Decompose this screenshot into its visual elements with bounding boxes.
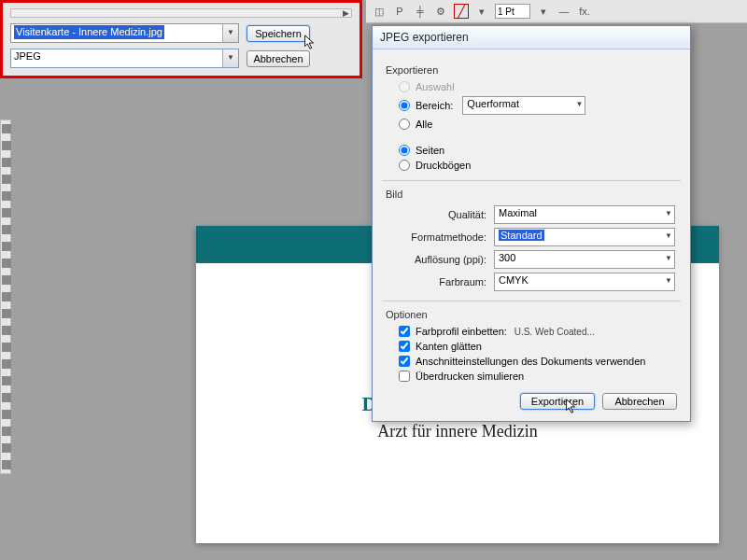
- tool-icon[interactable]: [2, 124, 11, 133]
- bereich-label: Bereich:: [416, 100, 453, 111]
- tool-icon[interactable]: [2, 259, 11, 268]
- formatmethode-select[interactable]: Standard▼: [494, 228, 675, 246]
- seiten-radio[interactable]: [399, 145, 410, 156]
- uberdrucken-label: Überdrucken simulieren: [416, 371, 524, 382]
- chevron-down-icon[interactable]: ▾: [474, 4, 489, 19]
- tool-icon[interactable]: [2, 359, 11, 369]
- alle-radio[interactable]: [399, 119, 410, 130]
- bereich-radio[interactable]: [399, 100, 410, 111]
- bild-group-label: Bild: [386, 189, 677, 200]
- tool-icon[interactable]: [2, 191, 11, 201]
- tool-icon[interactable]: [2, 242, 11, 251]
- chevron-down-icon[interactable]: ▼: [222, 24, 238, 42]
- farbraum-label: Farbraum:: [386, 276, 486, 287]
- cancel-button[interactable]: Abbrechen: [247, 50, 310, 67]
- format-combobox[interactable]: JPEG ▼: [10, 49, 239, 68]
- tool-icon[interactable]: [2, 175, 11, 184]
- top-toolbar: ◫ P ╪ ⚙ ╱ ▾ ▾ — fx.: [366, 0, 747, 23]
- formatmethode-label: Formatmethode:: [386, 231, 486, 243]
- line-icon[interactable]: —: [557, 4, 571, 19]
- kanten-checkbox[interactable]: [399, 341, 410, 352]
- farbprofil-detail: U.S. Web Coated...: [514, 327, 595, 337]
- crop-icon[interactable]: ◫: [372, 4, 387, 19]
- tools-panel: [0, 119, 11, 474]
- auswahl-radio: [399, 81, 410, 92]
- no-fill-icon[interactable]: ╱: [454, 4, 469, 19]
- chevron-down-icon: ▼: [665, 276, 672, 285]
- alle-label: Alle: [416, 119, 432, 130]
- qualitat-label: Qualität:: [386, 209, 486, 220]
- save-button[interactable]: Speichern: [247, 25, 310, 42]
- chevron-down-icon[interactable]: ▼: [222, 49, 238, 67]
- anschnitt-label: Anschnitteinstellungen des Dokuments ver…: [416, 356, 645, 367]
- tool-icon[interactable]: [2, 427, 11, 436]
- aufl-select[interactable]: 300▼: [494, 250, 675, 269]
- tool-icon[interactable]: [2, 275, 11, 285]
- export-group-label: Exportieren: [386, 64, 677, 76]
- farbraum-select[interactable]: CMYK▼: [494, 273, 675, 291]
- tool-icon[interactable]: [2, 225, 11, 234]
- tool-icon[interactable]: [2, 343, 11, 352]
- effects-icon[interactable]: ⚙: [433, 4, 448, 19]
- tool-icon[interactable]: [2, 443, 11, 453]
- chevron-down-icon: ▼: [575, 100, 583, 108]
- font-icon[interactable]: P: [392, 4, 407, 19]
- chevron-down-icon: ▼: [665, 231, 672, 240]
- fx-label[interactable]: fx.: [577, 4, 592, 19]
- tool-icon[interactable]: [2, 326, 11, 335]
- card-subtitle: Arzt für innere Medizin: [196, 422, 719, 441]
- auswahl-label: Auswahl: [416, 81, 455, 92]
- filename-combobox[interactable]: Visitenkarte - Innere Medizin.jpg ▼: [10, 23, 239, 43]
- optionen-group-label: Optionen: [386, 309, 677, 320]
- kanten-label: Kanten glätten: [416, 341, 482, 352]
- align-icon[interactable]: ╪: [413, 4, 428, 19]
- aufl-label: Auflösung (ppi):: [386, 254, 486, 265]
- chevron-down-icon[interactable]: ▾: [536, 4, 551, 19]
- format-value: JPEG: [14, 50, 41, 62]
- tool-icon[interactable]: [2, 292, 11, 301]
- chevron-down-icon: ▼: [665, 254, 672, 262]
- anschnitt-checkbox[interactable]: [399, 356, 410, 367]
- tool-icon[interactable]: [2, 309, 11, 318]
- tool-icon[interactable]: [2, 158, 11, 167]
- tool-icon[interactable]: [2, 208, 11, 217]
- druckbogen-label: Druckbögen: [416, 160, 471, 171]
- tool-icon[interactable]: [2, 460, 11, 469]
- tool-icon[interactable]: [2, 141, 11, 150]
- filename-value: Visitenkarte - Innere Medizin.jpg: [14, 25, 164, 39]
- bereich-select[interactable]: Querformat▼: [462, 96, 585, 115]
- dialog-title: JPEG exportieren: [373, 26, 690, 49]
- chevron-down-icon: ▼: [665, 209, 672, 217]
- tool-icon[interactable]: [2, 393, 11, 402]
- uberdrucken-checkbox[interactable]: [399, 371, 410, 382]
- tool-icon[interactable]: [2, 376, 11, 385]
- farbprofil-checkbox[interactable]: [399, 326, 410, 337]
- tool-icon[interactable]: [2, 410, 11, 419]
- jpeg-export-dialog: JPEG exportieren Exportieren Auswahl Ber…: [372, 25, 691, 422]
- qualitat-select[interactable]: Maximal▼: [494, 205, 675, 224]
- scrollbar[interactable]: ▶: [10, 8, 352, 18]
- farbprofil-label: Farbprofil einbetten:: [416, 326, 507, 337]
- druckbogen-radio[interactable]: [399, 160, 410, 171]
- export-button[interactable]: Exportieren: [520, 393, 595, 410]
- stroke-weight-input[interactable]: [495, 4, 530, 19]
- cancel-button[interactable]: Abbrechen: [602, 393, 677, 410]
- save-panel: ▶ Visitenkarte - Innere Medizin.jpg ▼ Sp…: [0, 0, 362, 78]
- seiten-label: Seiten: [416, 145, 444, 156]
